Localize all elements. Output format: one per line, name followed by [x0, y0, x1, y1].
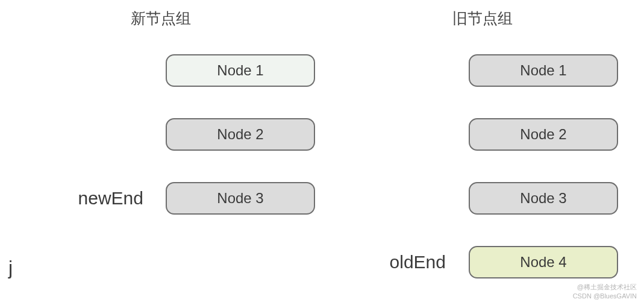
oldEnd-label: oldEnd: [322, 252, 459, 272]
j-pointer-label: j: [8, 257, 13, 279]
old-row-1: Node 1: [322, 54, 643, 87]
watermark: @稀土掘金技术社区 CSDN @BluesGAVIN: [573, 283, 637, 300]
new-row-2: Node 2: [0, 118, 322, 151]
newEnd-label: newEnd: [0, 188, 157, 209]
old-row-4: oldEnd Node 4: [322, 245, 643, 279]
old-row-2: Node 2: [322, 118, 643, 151]
old-node-3: Node 3: [469, 182, 618, 215]
new-nodes-column: 新节点组 Node 1 Node 2 newEnd Node 3: [0, 8, 322, 305]
old-node-1: Node 1: [469, 54, 618, 87]
diagram-container: 新节点组 Node 1 Node 2 newEnd Node 3 旧节点组 No…: [0, 0, 644, 305]
new-node-2-label: Node 2: [217, 126, 263, 143]
new-node-1: Node 1: [166, 54, 315, 87]
old-node-3-label: Node 3: [520, 190, 566, 207]
old-node-4: Node 4: [469, 246, 618, 278]
new-node-2: Node 2: [166, 118, 315, 151]
old-row-3: Node 3: [322, 181, 643, 215]
old-node-2: Node 2: [469, 118, 618, 151]
new-row-1: Node 1: [0, 54, 322, 87]
watermark-line2: CSDN @BluesGAVIN: [573, 292, 637, 300]
old-node-1-label: Node 1: [520, 62, 566, 79]
old-column-title: 旧节点组: [452, 8, 513, 28]
new-node-1-label: Node 1: [217, 62, 263, 79]
new-node-3: Node 3: [166, 182, 315, 215]
old-node-2-label: Node 2: [520, 126, 566, 143]
old-nodes-column: 旧节点组 Node 1 Node 2 Node 3 oldEnd Node 4: [322, 8, 643, 305]
watermark-line1: @稀土掘金技术社区: [573, 283, 637, 291]
new-row-3: newEnd Node 3: [0, 181, 322, 215]
old-node-4-label: Node 4: [520, 254, 566, 271]
new-column-title: 新节点组: [131, 8, 191, 28]
new-node-3-label: Node 3: [217, 190, 263, 207]
